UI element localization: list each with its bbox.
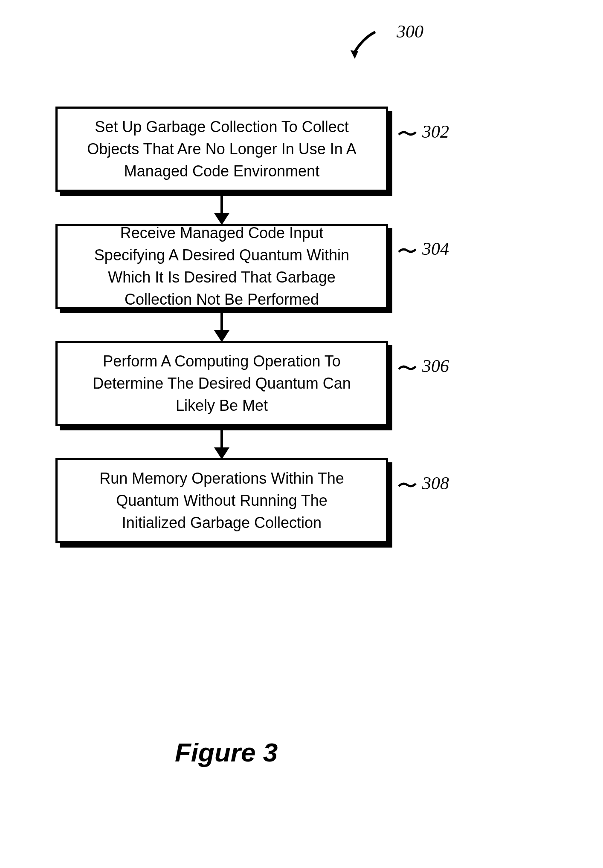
reference-label: 302: [422, 121, 449, 142]
reference-label: 308: [422, 473, 449, 493]
flow-arrow: [55, 309, 388, 341]
flowchart-box: Run Memory Operations Within The Quantum…: [55, 458, 388, 543]
flowchart-box: Set Up Garbage Collection To Collect Obj…: [55, 107, 388, 192]
step-text: Perform A Computing Operation To Determi…: [83, 350, 360, 417]
step-text: Run Memory Operations Within The Quantum…: [83, 467, 360, 534]
flowchart-step: Receive Managed Code Input Specifying A …: [55, 224, 439, 309]
flow-arrow: [55, 192, 388, 224]
step-text: Set Up Garbage Collection To Collect Obj…: [83, 116, 360, 183]
flowchart-step: Perform A Computing Operation To Determi…: [55, 341, 439, 426]
flowchart-step: Set Up Garbage Collection To Collect Obj…: [55, 107, 439, 192]
flowchart-box: Perform A Computing Operation To Determi…: [55, 341, 388, 426]
reference-label: 306: [422, 356, 449, 376]
reference-arrow-main: [345, 26, 397, 66]
connector-tilde: [397, 479, 418, 491]
step-text: Receive Managed Code Input Specifying A …: [83, 222, 360, 311]
connector-tilde: [397, 361, 418, 374]
flow-arrow: [55, 426, 388, 458]
svg-marker-0: [351, 50, 358, 59]
flowchart-container: Set Up Garbage Collection To Collect Obj…: [55, 107, 439, 543]
flowchart-box: Receive Managed Code Input Specifying A …: [55, 224, 388, 309]
reference-label-main: 300: [397, 21, 423, 42]
flowchart-step: Run Memory Operations Within The Quantum…: [55, 458, 439, 543]
reference-label: 304: [422, 239, 449, 259]
figure-caption: Figure 3: [175, 737, 278, 767]
connector-tilde: [397, 127, 418, 140]
connector-tilde: [397, 244, 418, 257]
